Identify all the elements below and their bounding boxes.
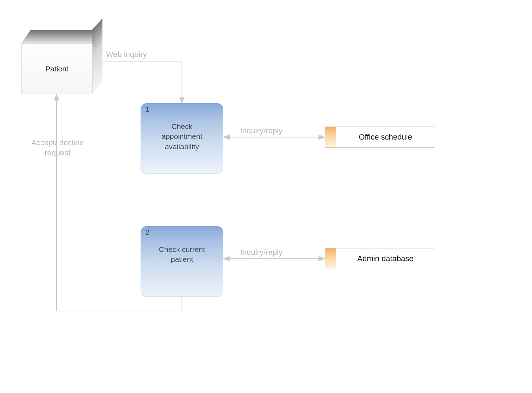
edge-label-inquiry-reply-2: Inquiry/reply xyxy=(240,247,283,258)
external-entity-patient: Patient xyxy=(21,30,92,94)
diagram-canvas: Patient 1 Checkappointmentavailability 2… xyxy=(0,0,532,393)
cube-top-face xyxy=(21,30,101,43)
datastore-2-tab xyxy=(325,248,336,269)
process-2-label: Check currentpatient xyxy=(141,238,223,275)
datastore-1-tab xyxy=(325,127,336,148)
arrow-ir2-left xyxy=(223,256,230,261)
process-check-current-patient: 2 Check currentpatient xyxy=(141,226,223,297)
datastore-1-label: Office schedule xyxy=(336,127,435,148)
cube-side-face xyxy=(92,18,102,94)
process-1-number: 1 xyxy=(141,103,223,115)
process-2-number: 2 xyxy=(141,226,223,238)
arrow-accept-decline xyxy=(54,94,59,100)
datastore-office-schedule: Office schedule xyxy=(325,127,435,148)
arrow-ir1-left xyxy=(223,135,230,140)
edge-web-inquiry xyxy=(92,61,182,100)
patient-label: Patient xyxy=(45,65,68,73)
arrow-ir1-right xyxy=(319,135,325,140)
datastore-2-label: Admin database xyxy=(336,248,435,269)
edge-label-inquiry-reply-1: Inquiry/reply xyxy=(240,126,283,136)
cube-front-face: Patient xyxy=(21,43,93,94)
arrow-web-inquiry xyxy=(179,98,184,103)
process-1-label: Checkappointmentavailability xyxy=(141,115,223,162)
edge-label-web-inquiry: Web inquiry xyxy=(106,49,147,60)
datastore-admin-database: Admin database xyxy=(325,248,435,269)
process-check-appointment: 1 Checkappointmentavailability xyxy=(141,103,223,174)
arrow-ir2-right xyxy=(319,256,325,261)
edge-label-accept-decline: Accept/ decline request xyxy=(28,138,88,158)
